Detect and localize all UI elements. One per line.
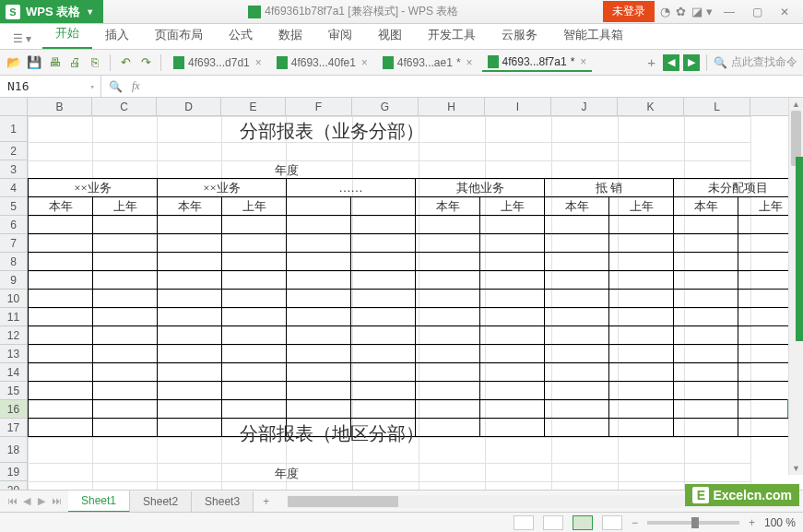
sheet-last-icon[interactable]: ⏭ xyxy=(50,495,63,507)
view-reading-icon[interactable] xyxy=(602,515,622,530)
row-header-17[interactable]: 17 xyxy=(0,419,27,437)
search-command-hint[interactable]: 点此查找命令 xyxy=(731,54,797,70)
ribbon-tab-review[interactable]: 审阅 xyxy=(315,21,365,49)
undo-icon[interactable]: ↶ xyxy=(117,54,134,71)
col-header-H[interactable]: H xyxy=(419,98,485,115)
zoom-value[interactable]: 100 % xyxy=(764,516,796,529)
col-header-F[interactable]: F xyxy=(286,98,352,115)
row-header-11[interactable]: 11 xyxy=(0,308,27,326)
row-header-2[interactable]: 2 xyxy=(0,142,27,160)
ribbon-tab-formula[interactable]: 公式 xyxy=(216,21,266,49)
col-header-E[interactable]: E xyxy=(221,98,286,115)
scroll-down-icon[interactable]: ▼ xyxy=(789,462,803,475)
ribbon-tab-cloud[interactable]: 云服务 xyxy=(489,21,550,49)
row-header-18[interactable]: 18 xyxy=(0,437,27,463)
close-tab-icon[interactable]: × xyxy=(580,55,586,68)
ribbon-tab-insert[interactable]: 插入 xyxy=(92,21,142,49)
sheet-tab-2[interactable]: Sheet2 xyxy=(130,491,192,512)
row-header-3[interactable]: 3 xyxy=(0,160,27,179)
col-header-J[interactable]: J xyxy=(551,98,618,115)
new-tab-button[interactable]: + xyxy=(644,54,659,70)
redo-icon[interactable]: ↷ xyxy=(137,54,154,71)
row-header-10[interactable]: 10 xyxy=(0,290,27,308)
tab-nav-left[interactable]: ◀ xyxy=(663,54,679,71)
cells-area[interactable]: 分部报表（业务分部） 年度 ××业务××业务……其他业务抵 销未分配项目本年上年… xyxy=(28,116,803,496)
view-break-icon[interactable] xyxy=(573,515,593,530)
row-header-7[interactable]: 7 xyxy=(0,234,27,253)
hscroll-thumb[interactable] xyxy=(288,496,398,507)
col-header-I[interactable]: I xyxy=(485,98,551,115)
row-header-15[interactable]: 15 xyxy=(0,382,27,400)
side-panel-handle[interactable] xyxy=(796,157,803,341)
row-header-19[interactable]: 19 xyxy=(0,463,27,481)
scroll-up-icon[interactable]: ▲ xyxy=(789,98,803,111)
document-tab-1[interactable]: 4f693...d7d1× xyxy=(168,54,267,71)
zoom-slider[interactable] xyxy=(647,521,739,525)
minimize-button[interactable]: — xyxy=(718,3,740,21)
ribbon-tab-dev-tools[interactable]: 开发工具 xyxy=(415,21,489,49)
tab-nav-right[interactable]: ▶ xyxy=(683,54,700,71)
zoom-out-icon[interactable]: − xyxy=(632,516,638,529)
add-sheet-button[interactable]: + xyxy=(254,491,278,512)
ribbon-tab-smart-tools[interactable]: 智能工具箱 xyxy=(550,21,636,49)
view-page-icon[interactable] xyxy=(543,515,563,530)
app-dropdown-icon[interactable]: ▼ xyxy=(86,7,94,17)
ribbon-tab-view[interactable]: 视图 xyxy=(365,21,415,49)
col-header-B[interactable]: B xyxy=(28,98,92,115)
zoom-knob[interactable] xyxy=(691,517,699,528)
close-tab-icon[interactable]: × xyxy=(255,56,262,69)
row-header-9[interactable]: 9 xyxy=(0,271,27,290)
print-preview-icon[interactable]: 🖨 xyxy=(66,54,83,71)
close-button[interactable]: ✕ xyxy=(773,3,796,21)
col-header-L[interactable]: L xyxy=(684,98,750,115)
skin-icon[interactable]: ◪ ▾ xyxy=(691,5,713,18)
ribbon-tab-start[interactable]: 开始 xyxy=(42,19,92,49)
print-icon[interactable]: 🖶 xyxy=(46,54,63,71)
cloud-sync-icon[interactable]: ◔ xyxy=(660,5,670,18)
zoom-fit-icon[interactable]: 🔍 xyxy=(109,80,123,93)
maximize-button[interactable]: ▢ xyxy=(746,3,768,21)
watermark-text: Excelcn.com xyxy=(713,488,792,502)
report-title-1: 分部报表（业务分部） xyxy=(240,119,424,144)
login-button[interactable]: 未登录 xyxy=(603,1,655,22)
row-header-4[interactable]: 4 xyxy=(0,179,27,197)
sheet-tab-3[interactable]: Sheet3 xyxy=(192,491,254,512)
row-header-5[interactable]: 5 xyxy=(0,197,27,216)
col-header-G[interactable]: G xyxy=(352,98,419,115)
file-menu-icon[interactable]: ☰ ▾ xyxy=(7,29,37,49)
ribbon-tab-page-layout[interactable]: 页面布局 xyxy=(142,21,216,49)
zoom-in-icon[interactable]: + xyxy=(749,516,755,529)
select-all-corner[interactable] xyxy=(0,98,28,115)
col-header-K[interactable]: K xyxy=(618,98,684,115)
settings-icon[interactable]: ✿ xyxy=(676,5,686,18)
spreadsheet-grid[interactable]: BCDEFGHIJKL 1234567891011121314151617181… xyxy=(0,98,803,496)
row-header-8[interactable]: 8 xyxy=(0,253,27,271)
sheet-tab-1[interactable]: Sheet1 xyxy=(68,491,130,513)
close-tab-icon[interactable]: × xyxy=(361,56,368,69)
ribbon-tab-data[interactable]: 数据 xyxy=(266,21,315,49)
col-header-D[interactable]: D xyxy=(157,98,221,115)
sheet-prev-icon[interactable]: ◀ xyxy=(20,495,33,507)
quick-toolbar: 📂 💾 🖶 🖨 ⎘ ↶ ↷ 4f693...d7d1× 4f693...40fe… xyxy=(0,50,803,76)
app-name: WPS 表格 xyxy=(26,4,80,20)
sheet-next-icon[interactable]: ▶ xyxy=(35,495,48,507)
col-header-C[interactable]: C xyxy=(92,98,157,115)
close-tab-icon[interactable]: × xyxy=(466,56,473,69)
document-tab-3[interactable]: 4f693...ae1 *× xyxy=(377,54,478,71)
row-header-14[interactable]: 14 xyxy=(0,363,27,382)
row-header-16[interactable]: 16 xyxy=(0,400,27,419)
fx-icon[interactable]: fx xyxy=(132,79,140,93)
document-tab-2[interactable]: 4f693...40fe1× xyxy=(271,54,373,71)
document-tab-4[interactable]: 4f693...8f7a1 *× xyxy=(482,53,593,72)
row-header-1[interactable]: 1 xyxy=(0,116,27,142)
sheet-first-icon[interactable]: ⏮ xyxy=(6,495,18,507)
name-box[interactable]: N16 xyxy=(0,76,101,97)
row-header-12[interactable]: 12 xyxy=(0,326,27,345)
view-normal-icon[interactable] xyxy=(514,515,534,530)
save-icon[interactable]: 💾 xyxy=(26,54,42,71)
row-header-13[interactable]: 13 xyxy=(0,345,27,363)
open-icon[interactable]: 📂 xyxy=(6,54,22,71)
export-icon[interactable]: ⎘ xyxy=(87,54,103,71)
row-header-6[interactable]: 6 xyxy=(0,216,27,234)
search-icon[interactable]: 🔍 xyxy=(714,56,727,69)
